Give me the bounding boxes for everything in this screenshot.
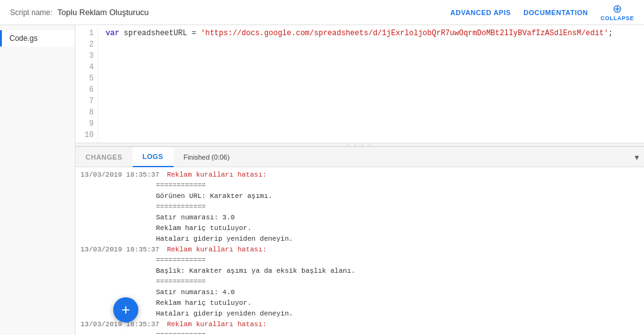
log-row: ============ (80, 255, 639, 266)
log-message: Reklam kuralları hatası: (167, 244, 266, 255)
log-message: Başlık: Karakter aşımı ya da eksik başlı… (156, 266, 355, 277)
log-row: Reklam hariç tutuluyor. (80, 223, 639, 234)
log-row: Satır numarası: 3.0 (80, 212, 639, 223)
line-number: 2 (80, 39, 94, 50)
log-message: Reklam hariç tutuluyor. (156, 223, 252, 234)
log-row: 13/03/2019 18:35:37Reklam kuralları hata… (80, 170, 639, 180)
documentation-link[interactable]: DOCUMENTATION (523, 9, 588, 16)
line-number: 8 (80, 107, 94, 118)
header-left: Script name: Toplu Reklam Oluşturucu (10, 8, 149, 17)
log-message: ============ (156, 330, 206, 335)
collapse-label: COLLAPSE (601, 15, 634, 21)
log-timestamp: 13/03/2019 18:35:37 (80, 244, 159, 255)
header-right: ADVANCED APIS DOCUMENTATION ⊕ COLLAPSE (450, 3, 634, 21)
log-row: Satır numarası: 4.0 (80, 287, 639, 298)
bottom-panel: CHANGES LOGS Finished (0:06) ▾ 13/03/201… (75, 146, 644, 335)
log-message: ============ (156, 202, 206, 212)
log-row: ============ (80, 330, 639, 335)
code-line: var spreadsheetURL = 'https://docs.googl… (106, 28, 636, 39)
sidebar-item-code-gs[interactable]: Code.gs (0, 30, 75, 47)
line-number: 10 (80, 129, 94, 141)
log-message: Satır numarası: 3.0 (156, 212, 235, 223)
tab-logs[interactable]: LOGS (133, 147, 174, 167)
advanced-apis-link[interactable]: ADVANCED APIS (450, 9, 511, 16)
log-row: ============ (80, 180, 639, 191)
log-message: Görünen URL: Karakter aşımı. (156, 191, 272, 202)
header: Script name: Toplu Reklam Oluşturucu ADV… (0, 0, 644, 25)
line-number: 11 (80, 141, 94, 143)
line-number: 1 (80, 28, 94, 39)
run-status: Finished (0:06) (184, 153, 230, 161)
log-message: Satır numarası: 4.0 (156, 287, 235, 298)
log-timestamp: 13/03/2019 18:35:37 (80, 170, 159, 180)
line-number: 3 (80, 50, 94, 62)
script-name-value: Toplu Reklam Oluşturucu (57, 8, 148, 17)
main-area: Code.gs 1234567891011121314151617181920 … (0, 25, 644, 335)
line-number: 7 (80, 96, 94, 107)
line-number: 9 (80, 118, 94, 129)
code-lines: var spreadsheetURL = 'https://docs.googl… (98, 28, 644, 143)
log-row: 13/03/2019 18:35:37Reklam kuralları hata… (80, 319, 639, 330)
bottom-tabs-bar: CHANGES LOGS Finished (0:06) ▾ (75, 147, 644, 167)
log-message: ============ (156, 180, 206, 191)
line-number: 4 (80, 62, 94, 73)
fab-button[interactable]: + (113, 297, 138, 322)
log-row: ============ (80, 202, 639, 212)
collapse-button[interactable]: ⊕ COLLAPSE (601, 3, 634, 21)
log-row: Hataları giderip yeniden deneyin. (80, 309, 639, 319)
line-number: 6 (80, 84, 94, 96)
log-row: 13/03/2019 18:35:37Reklam kuralları hata… (80, 244, 639, 255)
editor-content: 1234567891011121314151617181920 var spre… (75, 28, 644, 143)
log-message: ============ (156, 277, 206, 287)
log-message: Hataları giderip yeniden deneyin. (156, 309, 293, 319)
log-message: Reklam kuralları hatası: (167, 170, 266, 180)
expand-panel-button[interactable]: ▾ (635, 152, 639, 162)
log-row: Hataları giderip yeniden deneyin. (80, 234, 639, 244)
script-name-label: Script name: (10, 8, 52, 17)
logs-content[interactable]: 13/03/2019 18:35:37Reklam kuralları hata… (75, 167, 644, 335)
tab-changes[interactable]: CHANGES (75, 147, 133, 167)
log-row: Görünen URL: Karakter aşımı. (80, 191, 639, 202)
sidebar: Code.gs (0, 25, 75, 335)
log-message: Reklam hariç tutuluyor. (156, 298, 252, 309)
log-message: Reklam kuralları hatası: (167, 319, 266, 330)
log-row: Reklam hariç tutuluyor. (80, 298, 639, 309)
log-row: Başlık: Karakter aşımı ya da eksik başlı… (80, 266, 639, 277)
line-numbers: 1234567891011121314151617181920 (75, 28, 98, 143)
editor-wrapper: 1234567891011121314151617181920 var spre… (75, 25, 644, 335)
collapse-plus-icon: ⊕ (613, 3, 623, 14)
line-number: 5 (80, 73, 94, 84)
log-message: Hataları giderip yeniden deneyin. (156, 234, 293, 244)
log-message: ============ (156, 255, 206, 266)
code-editor[interactable]: 1234567891011121314151617181920 var spre… (75, 25, 644, 143)
log-row: ============ (80, 277, 639, 287)
